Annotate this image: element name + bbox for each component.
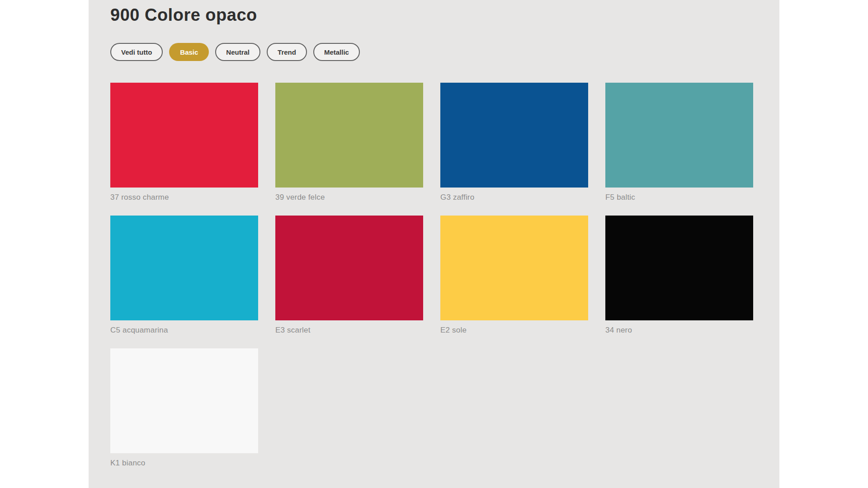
filter-pill-group: Vedi tuttoBasicNeutralTrendMetallic xyxy=(110,43,758,61)
content-panel: 900 Colore opaco Vedi tuttoBasicNeutralT… xyxy=(89,0,779,488)
color-swatch-card: C5 acquamarina xyxy=(110,216,258,335)
color-swatch-label: F5 baltic xyxy=(605,193,753,202)
filter-pill-metallic[interactable]: Metallic xyxy=(313,43,360,61)
color-swatch-label: 39 verde felce xyxy=(275,193,423,202)
filter-pill-neutral[interactable]: Neutral xyxy=(215,43,260,61)
color-swatch-card: 37 rosso charme xyxy=(110,83,258,202)
color-swatch[interactable] xyxy=(440,216,588,320)
color-swatch[interactable] xyxy=(110,216,258,320)
page-title: 900 Colore opaco xyxy=(110,5,758,25)
color-swatch[interactable] xyxy=(605,83,753,188)
color-swatch-label: E2 sole xyxy=(440,326,588,335)
color-swatch-label: 37 rosso charme xyxy=(110,193,258,202)
color-swatch-card: 34 nero xyxy=(605,216,753,335)
color-swatch-label: G3 zaffiro xyxy=(440,193,588,202)
filter-pill-trend[interactable]: Trend xyxy=(267,43,307,61)
color-swatch[interactable] xyxy=(275,83,423,188)
color-swatch-label: K1 bianco xyxy=(110,459,258,468)
color-swatch-label: C5 acquamarina xyxy=(110,326,258,335)
color-swatch[interactable] xyxy=(110,348,258,453)
filter-pill-basic[interactable]: Basic xyxy=(169,43,209,61)
color-swatch-grid: 37 rosso charme39 verde felceG3 zaffiroF… xyxy=(110,83,758,468)
color-swatch-label: E3 scarlet xyxy=(275,326,423,335)
color-swatch-card: F5 baltic xyxy=(605,83,753,202)
color-swatch[interactable] xyxy=(110,83,258,188)
color-swatch-card: 39 verde felce xyxy=(275,83,423,202)
color-swatch-card: E3 scarlet xyxy=(275,216,423,335)
color-swatch-card: E2 sole xyxy=(440,216,588,335)
color-swatch[interactable] xyxy=(275,216,423,320)
color-swatch[interactable] xyxy=(605,216,753,320)
color-swatch-card: K1 bianco xyxy=(110,348,258,468)
color-swatch[interactable] xyxy=(440,83,588,188)
filter-pill-vedi-tutto[interactable]: Vedi tutto xyxy=(110,43,163,61)
color-swatch-label: 34 nero xyxy=(605,326,753,335)
color-swatch-card: G3 zaffiro xyxy=(440,83,588,202)
